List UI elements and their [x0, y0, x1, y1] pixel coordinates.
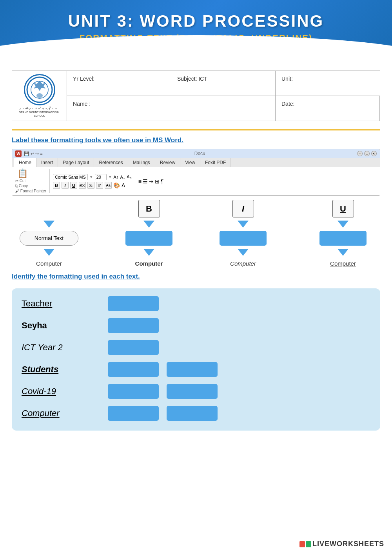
- identify-text-seyha: Seyha: [22, 320, 100, 331]
- identify-section: Teacher Seyha ICT Year 2 Students Covid-…: [12, 288, 380, 431]
- header-subtitle: FORMATTING TEXT (BOLD, ITALIC, UNDERLINE…: [16, 33, 376, 43]
- aa-button[interactable]: Aa: [105, 182, 112, 189]
- copy-label[interactable]: ⎘ Copy: [15, 184, 28, 188]
- italic-input-box[interactable]: [220, 231, 267, 246]
- clipboard-group: 📋 ✂ Cut ⎘ Copy 🖌 Format Painter: [15, 169, 50, 193]
- toolbar-container: W 💾 ↩ ↪ ≡ Docu − □ ✕ Home Insert Page La…: [12, 149, 380, 196]
- italic-letter: I: [242, 204, 244, 214]
- identify-box-teacher-1[interactable]: [108, 296, 159, 311]
- section2-label: Identify the formatting used in each tex…: [12, 273, 380, 281]
- diagram-top-row: Normal Text Computer B Computer I Comput…: [12, 200, 380, 267]
- bold-letter-box: B: [138, 200, 160, 217]
- shrink-font-icon[interactable]: A↓: [120, 175, 125, 179]
- text-label-0: Computer: [36, 260, 62, 267]
- logo-green-icon: [306, 541, 311, 547]
- footer: LIVEWORKSHEETS: [299, 540, 384, 548]
- text-label-3: Computer: [330, 260, 356, 267]
- font-group: Comic Sans MS ▼ 20 ▼ A↑ A↓ Aₓ B I U abc …: [53, 174, 135, 189]
- diagram-col-underline: U Computer: [314, 200, 372, 267]
- identify-text-teacher: Teacher: [22, 299, 100, 309]
- font-size-select[interactable]: 20: [95, 174, 107, 180]
- tab-insert[interactable]: Insert: [36, 158, 58, 167]
- arrow-down-normal: [44, 221, 54, 228]
- tab-home[interactable]: Home: [14, 158, 36, 167]
- identify-box-computer-2[interactable]: [167, 406, 218, 421]
- indent-icon[interactable]: ⇥: [149, 178, 154, 185]
- diagram-col-italic: I Computer: [220, 200, 267, 267]
- bold-input-box[interactable]: [125, 231, 172, 246]
- minimize-btn[interactable]: −: [357, 151, 363, 156]
- identify-box-students-2[interactable]: [167, 362, 218, 377]
- identify-box-covid-2[interactable]: [167, 384, 218, 399]
- tab-mailings[interactable]: Mailings: [128, 158, 155, 167]
- header-section: UNIT 3: WORD PROCESSING FORMATTING TEXT …: [0, 0, 392, 51]
- info-table: ជ្រោះពេជ្រ នៅក្នុងព្រៃGRAND MOUNT INTERN…: [12, 71, 380, 121]
- paste-icon[interactable]: 📋: [15, 169, 30, 178]
- name-label: Name :: [73, 101, 91, 107]
- unit-cell: Unit:: [276, 71, 380, 96]
- normal-text-box[interactable]: Normal Text: [20, 231, 78, 246]
- diagram-section: Normal Text Computer B Computer I Comput…: [12, 200, 380, 267]
- close-btn[interactable]: ✕: [371, 151, 377, 156]
- docu-label: Docu: [194, 151, 205, 156]
- italic-button[interactable]: I: [62, 182, 69, 189]
- arrow-down-normal2: [44, 249, 54, 256]
- unit-label: Unit:: [281, 76, 293, 82]
- identify-box-students-1[interactable]: [108, 362, 159, 377]
- format-painter-row: 🖌 Format Painter: [15, 189, 46, 193]
- toolbar-ribbon: 📋 ✂ Cut ⎘ Copy 🖌 Format Painter Comic Sa…: [12, 167, 380, 196]
- underline-input-box[interactable]: [319, 231, 367, 246]
- bold-letter: B: [146, 204, 152, 214]
- pilcrow-icon[interactable]: ¶: [161, 178, 164, 185]
- normal-text-label: Normal Text: [34, 235, 64, 241]
- underline-button[interactable]: U: [70, 182, 77, 189]
- maximize-btn[interactable]: □: [364, 151, 370, 156]
- arrow-down-underline2: [338, 249, 348, 256]
- tab-view[interactable]: View: [180, 158, 200, 167]
- identify-row-seyha: Seyha: [22, 318, 370, 333]
- identify-box-ict-1[interactable]: [108, 340, 159, 355]
- school-logo: [24, 74, 55, 105]
- toolbar-titlebar: W 💾 ↩ ↪ ≡ Docu − □ ✕: [12, 149, 380, 158]
- tab-references[interactable]: References: [94, 158, 128, 167]
- bullets-icon[interactable]: ≡: [138, 178, 142, 185]
- svg-point-2: [36, 93, 43, 98]
- liveworksheets-logo: LIVEWORKSHEETS: [299, 540, 384, 548]
- font-color-icon[interactable]: A: [122, 182, 125, 188]
- logo-icon-pair: [299, 541, 311, 547]
- identify-row-ict: ICT Year 2: [22, 340, 370, 355]
- underline-letter-box: U: [332, 200, 354, 217]
- tab-review[interactable]: Review: [155, 158, 180, 167]
- yr-level-label: Yr Level:: [73, 76, 94, 82]
- align-icon[interactable]: ⊞: [155, 178, 160, 185]
- grow-font-icon[interactable]: A↑: [114, 175, 119, 179]
- tab-foxit[interactable]: Foxit PDF: [200, 158, 231, 167]
- font-name-select[interactable]: Comic Sans MS: [53, 174, 88, 180]
- toolbar-tabs: Home Insert Page Layout References Maili…: [12, 158, 380, 167]
- section1-label: Label these formatting tools we often us…: [12, 136, 380, 144]
- strikethrough-button[interactable]: abc: [79, 182, 86, 189]
- subject-cell: Subject: ICT: [171, 71, 276, 96]
- identify-box-seyha-1[interactable]: [108, 318, 159, 333]
- copy-row: ⎘ Copy: [15, 184, 28, 188]
- bold-button[interactable]: B: [53, 182, 60, 189]
- window-controls: − □ ✕: [357, 151, 377, 156]
- logo-red-icon: [299, 541, 305, 547]
- highlight-icon[interactable]: 🎨: [113, 182, 120, 188]
- identify-box-covid-1[interactable]: [108, 384, 159, 399]
- subscript-button[interactable]: x₂: [87, 182, 94, 189]
- superscript-button[interactable]: x²: [96, 182, 103, 189]
- info-right: Yr Level: Subject: ICT Unit: Name : Date…: [67, 71, 380, 121]
- clear-format-icon[interactable]: Aₓ: [127, 174, 131, 179]
- tab-page-layout[interactable]: Page Layout: [58, 158, 94, 167]
- numbering-icon[interactable]: ☰: [143, 178, 148, 185]
- paragraph-group: ≡ ☰ ⇥ ⊞ ¶: [138, 178, 164, 185]
- format-painter-label[interactable]: 🖌 Format Painter: [15, 189, 46, 193]
- yellow-divider: [12, 129, 380, 130]
- name-cell: Name :: [67, 96, 276, 121]
- identify-box-computer-1[interactable]: [108, 406, 159, 421]
- arrow-down-underline: [338, 221, 348, 228]
- identify-text-ict: ICT Year 2: [22, 342, 100, 353]
- yr-level-cell: Yr Level:: [67, 71, 171, 96]
- cut-label[interactable]: ✂ Cut: [15, 179, 25, 183]
